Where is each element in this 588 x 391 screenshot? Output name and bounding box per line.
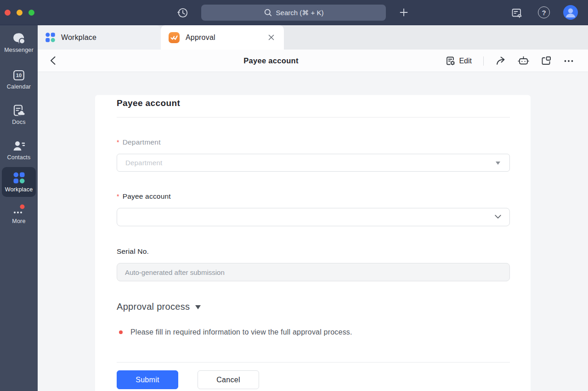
tab-workplace[interactable]: Workplace [38,25,161,50]
avatar[interactable] [563,5,578,20]
edit-form-icon [445,56,456,66]
serial-no-input[interactable] [117,263,510,281]
sidebar-item-messenger[interactable]: Messenger [4,33,34,53]
tab-bar: Workplace Approval [38,25,588,50]
new-tab-plus-icon[interactable] [398,6,410,18]
serial-no-label: Serial No. [117,247,510,256]
search-icon [264,8,272,17]
cancel-button[interactable]: Cancel [198,370,259,389]
traffic-lights [5,10,34,16]
approval-process-title: Approval process [117,300,190,313]
page-title: Payee account [243,56,298,65]
close-icon[interactable] [266,32,277,43]
notification-dot [20,205,25,209]
close-window-button[interactable] [5,10,11,16]
required-marker: * [117,192,119,201]
tab-approval[interactable]: Approval [161,25,284,50]
sidebar-item-contacts[interactable]: Contacts [7,140,31,161]
form-title: Payee account [117,97,510,109]
workplace-icon [13,172,25,184]
divider [117,117,510,117]
help-icon[interactable]: ? [538,6,550,18]
divider [483,56,484,66]
approval-process-toggle[interactable]: Approval process [117,300,510,313]
department-placeholder: Department [125,159,162,167]
search-input[interactable]: Search (⌘ + K) [201,5,386,21]
approval-icon [168,32,180,44]
sidebar-item-workplace[interactable]: Workplace [2,167,36,197]
red-dot-icon [119,330,123,334]
calendar-icon: 10 [13,69,25,81]
sidebar-item-label: More [12,218,25,224]
sidebar-item-label: Workplace [5,186,33,193]
divider [117,362,510,363]
header-actions: Edit [445,50,574,72]
open-in-window-icon[interactable] [541,56,552,67]
tab-label: Approval [186,34,260,42]
more-actions-icon[interactable] [563,56,574,67]
contacts-icon [12,140,25,152]
edit-label: Edit [459,57,472,65]
app-sidebar: Messenger 10 Calendar Docs [0,25,38,391]
more-dots-icon [12,204,26,216]
back-icon[interactable] [48,55,60,67]
chevron-down-icon [495,215,501,219]
payee-account-label: * Payee account [117,192,510,201]
sidebar-item-label: Calendar [7,84,31,90]
zoom-window-button[interactable] [28,10,34,16]
content-area: Payee account * Department Department * … [38,72,588,391]
calendar-day-number: 10 [13,73,25,78]
window-titlebar: Search (⌘ + K) ? [0,0,588,25]
messenger-icon [12,33,25,45]
page-header: Payee account [38,50,588,72]
sidebar-item-label: Contacts [7,154,31,161]
minimize-window-button[interactable] [17,10,23,16]
payee-account-select[interactable] [117,208,510,226]
required-marker: * [117,138,119,147]
sidebar-item-docs[interactable]: Docs [12,105,25,125]
approval-process-notice: Please fill in required information to v… [117,327,510,337]
sidebar-item-label: Docs [12,119,25,125]
sidebar-item-calendar[interactable]: 10 Calendar [7,69,31,90]
form-card: Payee account * Department Department * … [95,95,531,391]
bot-icon[interactable] [518,55,529,67]
share-icon[interactable] [495,56,506,67]
collapse-triangle-icon [195,305,201,309]
submit-button[interactable]: Submit [117,370,178,389]
announcement-icon[interactable] [510,6,524,20]
dropdown-caret-icon [496,162,500,165]
department-label: * Department [117,138,510,147]
edit-button[interactable]: Edit [445,56,472,66]
workplace-icon [45,32,56,43]
form-actions: Submit Cancel [117,370,510,389]
sidebar-item-more[interactable]: More [12,204,26,224]
sidebar-item-label: Messenger [4,47,34,53]
history-icon[interactable] [176,6,189,19]
tab-label: Workplace [61,34,153,42]
search-placeholder: Search (⌘ + K) [276,9,324,17]
department-select[interactable]: Department [117,154,510,172]
docs-icon [13,105,25,117]
